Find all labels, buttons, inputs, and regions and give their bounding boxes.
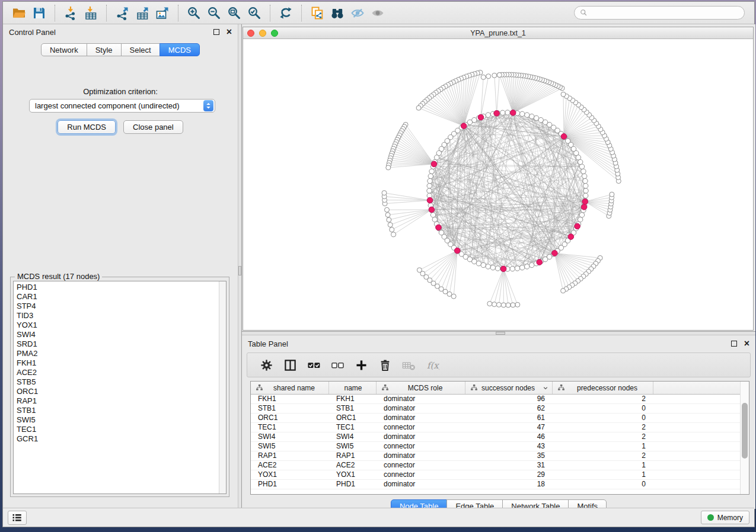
graph-satellite-node[interactable]: [451, 294, 456, 299]
table-row[interactable]: ORC1ORC1dominator610: [251, 414, 749, 423]
search-input[interactable]: [591, 9, 739, 17]
mcds-node-item[interactable]: TID3: [14, 311, 218, 321]
mcds-node-item[interactable]: ORC1: [14, 387, 218, 396]
dominator-node[interactable]: [436, 225, 442, 230]
table-row[interactable]: FKH1FKH1dominator962: [251, 395, 749, 404]
search-box[interactable]: [574, 6, 745, 20]
table-scrollbar-thumb[interactable]: [742, 403, 748, 459]
mcds-node-item[interactable]: YOX1: [14, 321, 218, 330]
graph-satellite-node[interactable]: [417, 268, 422, 273]
graph-node[interactable]: [582, 174, 587, 178]
graph-satellite-node[interactable]: [386, 165, 391, 170]
mcds-node-item[interactable]: ACE2: [14, 368, 218, 377]
dominator-node[interactable]: [494, 111, 500, 117]
import-table-button[interactable]: [81, 4, 101, 22]
graph-node[interactable]: [427, 188, 432, 193]
mcds-node-item[interactable]: TEC1: [14, 425, 218, 434]
graph-satellite-node[interactable]: [391, 232, 396, 237]
graph-node[interactable]: [486, 264, 490, 269]
mcds-node-item[interactable]: STP4: [14, 302, 218, 311]
table-row[interactable]: YOX1YOX1connector291: [251, 470, 749, 480]
graph-satellite-node[interactable]: [511, 303, 515, 307]
graph-satellite-node[interactable]: [492, 73, 497, 78]
zoom-out-button[interactable]: [204, 4, 224, 22]
zoom-selected-button[interactable]: [244, 4, 264, 22]
dominator-node[interactable]: [431, 161, 437, 167]
graph-satellite-node[interactable]: [496, 302, 501, 307]
graph-satellite-node[interactable]: [390, 227, 394, 232]
dominator-node[interactable]: [575, 223, 580, 229]
export-network-button[interactable]: [112, 4, 132, 22]
graph-satellite-node[interactable]: [416, 105, 421, 110]
float-panel-icon[interactable]: [213, 29, 219, 35]
graph-satellite-node[interactable]: [561, 92, 566, 97]
graph-node[interactable]: [476, 261, 481, 266]
graph-node[interactable]: [428, 174, 433, 178]
dominator-node[interactable]: [568, 234, 574, 240]
dominator-node[interactable]: [537, 259, 543, 265]
graph-node[interactable]: [427, 184, 432, 188]
graph-node[interactable]: [583, 184, 588, 188]
graph-satellite-node[interactable]: [492, 302, 497, 307]
memory-button[interactable]: Memory: [701, 511, 749, 524]
zoom-fit-button[interactable]: [224, 4, 244, 22]
tab-style[interactable]: Style: [87, 43, 122, 56]
graph-node[interactable]: [520, 111, 525, 116]
table-scrollbar[interactable]: [740, 382, 749, 494]
graph-satellite-node[interactable]: [497, 73, 502, 78]
graph-satellite-node[interactable]: [385, 207, 390, 212]
graph-node[interactable]: [486, 113, 490, 117]
graph-satellite-node[interactable]: [486, 74, 491, 79]
graph-node[interactable]: [429, 169, 434, 174]
dominator-node[interactable]: [582, 199, 588, 205]
first-neighbors-button[interactable]: [327, 4, 347, 22]
graph-node[interactable]: [529, 262, 534, 267]
graph-node[interactable]: [581, 169, 586, 174]
column-header-name[interactable]: name: [329, 382, 377, 394]
graph-satellite-node[interactable]: [610, 192, 614, 197]
mcds-node-item[interactable]: GCR1: [14, 434, 218, 444]
mcds-node-item[interactable]: PMA2: [14, 349, 218, 358]
vertical-splitter-handle[interactable]: [238, 266, 241, 275]
graph-node[interactable]: [525, 113, 529, 117]
graph-satellite-node[interactable]: [501, 303, 506, 307]
mcds-node-item[interactable]: SRD1: [14, 339, 218, 349]
float-table-panel-icon[interactable]: [731, 341, 737, 347]
dominator-node[interactable]: [552, 251, 558, 257]
table-row[interactable]: SWI5SWI5connector431: [251, 442, 749, 451]
graph-satellite-node[interactable]: [487, 302, 492, 306]
graph-node[interactable]: [510, 267, 515, 271]
graph-node[interactable]: [481, 262, 486, 267]
add-column-button[interactable]: [350, 355, 372, 375]
vertical-splitter[interactable]: [238, 24, 242, 509]
graph-satellite-node[interactable]: [388, 223, 393, 227]
zoom-in-button[interactable]: [184, 4, 204, 22]
table-row[interactable]: ACE2ACE2connector311: [251, 461, 749, 470]
settings-gear-button[interactable]: [256, 355, 277, 375]
graph-node[interactable]: [578, 217, 583, 222]
graph-node[interactable]: [529, 114, 534, 118]
table-row[interactable]: TEC1TEC1connector472: [251, 423, 749, 432]
select-all-button[interactable]: [303, 355, 324, 375]
apply-layout-button[interactable]: [276, 4, 296, 22]
dominator-node[interactable]: [500, 266, 506, 272]
graph-node[interactable]: [534, 116, 538, 120]
graph-satellite-node[interactable]: [385, 213, 390, 217]
run-mcds-button[interactable]: Run MCDS: [58, 120, 116, 134]
graph-satellite-node[interactable]: [561, 289, 566, 293]
dominator-node[interactable]: [427, 197, 433, 203]
graph-satellite-node[interactable]: [382, 191, 387, 196]
table-row[interactable]: SWI4SWI4dominator462: [251, 432, 749, 442]
save-session-button[interactable]: [29, 4, 49, 22]
graph-node[interactable]: [520, 265, 525, 270]
dominator-node[interactable]: [581, 204, 587, 210]
graph-node[interactable]: [583, 193, 588, 198]
graph-node[interactable]: [583, 178, 588, 183]
criterion-select[interactable]: largest connected component (undirected): [29, 99, 215, 113]
tab-select[interactable]: Select: [121, 43, 160, 56]
graph-node[interactable]: [515, 266, 519, 271]
mcds-node-item[interactable]: SWI4: [14, 330, 218, 339]
mcds-list-scrollbar[interactable]: [219, 281, 226, 493]
mcds-node-item[interactable]: RAP1: [14, 396, 218, 406]
graph-node[interactable]: [428, 178, 432, 183]
